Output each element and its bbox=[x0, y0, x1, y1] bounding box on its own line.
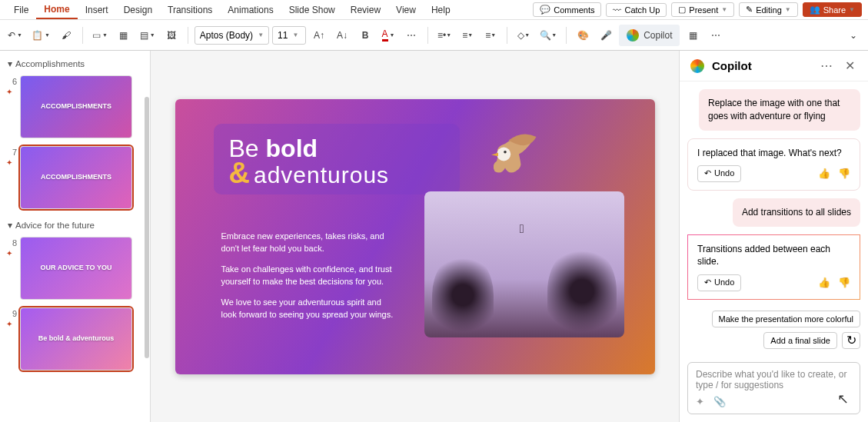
thumb-label: ACCOMPLISHMENTS bbox=[38, 100, 115, 114]
slide-thumbnail-9[interactable]: Be bold & adventurous bbox=[20, 307, 132, 370]
share-button[interactable]: 👥Share▼ bbox=[803, 2, 862, 17]
menu-design[interactable]: Design bbox=[116, 2, 160, 18]
slide-thumbnail-7[interactable]: ACCOMPLISHMENTS bbox=[20, 146, 132, 209]
sparkle-icon: ✦ bbox=[6, 88, 17, 96]
grid-button[interactable]: ▦ bbox=[683, 25, 703, 46]
picture-button[interactable]: 🖼 bbox=[161, 25, 181, 46]
chevron-down-icon: ▼ bbox=[258, 32, 264, 38]
catchup-label: Catch Up bbox=[624, 5, 660, 15]
chevron-down-icon: ▼ bbox=[292, 32, 298, 38]
sparkle-icon[interactable]: ✦ bbox=[696, 396, 704, 407]
undo-button[interactable]: ↶▼ bbox=[5, 25, 25, 46]
assistant-text: I replaced that image. What's next? bbox=[697, 147, 850, 160]
slide-image[interactable] bbox=[424, 191, 624, 337]
slide-number: 8 bbox=[6, 237, 17, 248]
scrollbar[interactable] bbox=[145, 97, 149, 358]
menu-home[interactable]: Home bbox=[36, 1, 77, 19]
copilot-icon bbox=[627, 29, 639, 42]
copilot-title: Copilot bbox=[712, 59, 811, 72]
find-button[interactable]: 🔍▼ bbox=[537, 25, 560, 46]
thumb-label: Be bold & adventurous bbox=[35, 332, 118, 346]
layout-button[interactable]: ▦ bbox=[114, 25, 134, 46]
overflow-button[interactable]: ⋯ bbox=[706, 25, 726, 46]
thumbs-up-button[interactable]: 👍 bbox=[818, 276, 830, 290]
slide-number: 6 bbox=[6, 75, 17, 86]
menu-bar: File Home Insert Design Transitions Anim… bbox=[0, 0, 868, 20]
suggestion-chip[interactable]: Make the presentation more colorful bbox=[712, 311, 860, 327]
cursor-icon: ↖ bbox=[837, 390, 849, 407]
more-options-button[interactable]: ⋯ bbox=[819, 58, 834, 73]
menu-review[interactable]: Review bbox=[343, 2, 388, 18]
slide-thumbnail-8[interactable]: OUR ADVICE TO YOU bbox=[20, 237, 132, 300]
section-header[interactable]: ▾Advice for the future bbox=[6, 217, 147, 234]
slide[interactable]: Be bold &adventurous Embrace new experie… bbox=[175, 99, 655, 374]
refresh-suggestions-button[interactable]: ↻ bbox=[842, 332, 860, 349]
editing-button[interactable]: ✎Editing▼ bbox=[739, 2, 798, 17]
undo-icon: ↶ bbox=[704, 168, 711, 179]
menu-view[interactable]: View bbox=[388, 2, 424, 18]
collapse-ribbon-button[interactable]: ⌄ bbox=[843, 25, 863, 46]
menu-transitions[interactable]: Transitions bbox=[160, 2, 220, 18]
undo-label: Undo bbox=[714, 277, 734, 288]
paste-button[interactable]: 📋▼ bbox=[28, 25, 53, 46]
menu-insert[interactable]: Insert bbox=[78, 2, 116, 18]
numbering-button[interactable]: ≡▼ bbox=[457, 25, 477, 46]
assistant-message: Transitions added between each slide. ↶U… bbox=[687, 234, 860, 300]
title-line-2: &adventurous bbox=[229, 157, 444, 190]
svg-point-0 bbox=[497, 147, 510, 161]
attach-icon[interactable]: 📎 bbox=[713, 396, 726, 407]
font-size-select[interactable]: 11▼ bbox=[272, 26, 306, 45]
comments-label: Comments bbox=[554, 5, 594, 15]
undo-button[interactable]: ↶Undo bbox=[697, 274, 741, 291]
thumbs-up-button[interactable]: 👍 bbox=[818, 167, 830, 181]
body-paragraph: Embrace new experiences, takes risks, an… bbox=[221, 230, 398, 255]
copilot-input[interactable]: Describe what you'd like to create, or t… bbox=[687, 362, 860, 414]
present-button[interactable]: ▢Present▼ bbox=[671, 2, 734, 17]
thumbs-down-button[interactable]: 👎 bbox=[838, 167, 850, 181]
slide-title-box[interactable]: Be bold &adventurous bbox=[214, 124, 460, 194]
catchup-button[interactable]: 〰Catch Up bbox=[606, 3, 667, 17]
align-button[interactable]: ≡▼ bbox=[481, 25, 501, 46]
section-header[interactable]: ▾Accomplishments bbox=[6, 55, 147, 72]
increase-font-button[interactable]: A↑ bbox=[309, 25, 329, 46]
slide-canvas[interactable]: Be bold &adventurous Embrace new experie… bbox=[151, 51, 679, 422]
thumb-label: ACCOMPLISHMENTS bbox=[38, 171, 115, 184]
new-slide-button[interactable]: ▭▼ bbox=[89, 25, 111, 46]
slide-thumbnail-panel[interactable]: ▾Accomplishments 6✦ ACCOMPLISHMENTS 7✦ A… bbox=[0, 51, 151, 422]
bold-button[interactable]: B bbox=[355, 25, 375, 46]
slide-number: 7 bbox=[6, 146, 17, 157]
present-icon: ▢ bbox=[678, 5, 686, 15]
present-label: Present bbox=[689, 5, 718, 15]
designer-button[interactable]: 🎨 bbox=[573, 25, 593, 46]
shapes-button[interactable]: ◇▼ bbox=[514, 25, 534, 46]
slide-body-text[interactable]: Embrace new experiences, takes risks, an… bbox=[221, 230, 398, 329]
menu-slideshow[interactable]: Slide Show bbox=[281, 2, 343, 18]
separator bbox=[507, 27, 507, 44]
dictate-button[interactable]: 🎤 bbox=[596, 25, 616, 46]
decrease-font-button[interactable]: A↓ bbox=[332, 25, 352, 46]
user-message: Add transitions to all slides bbox=[733, 198, 860, 227]
menu-file[interactable]: File bbox=[6, 2, 36, 18]
chevron-down-icon: ▾ bbox=[8, 220, 12, 231]
close-button[interactable]: ✕ bbox=[842, 58, 857, 73]
thumbs-down-button[interactable]: 👎 bbox=[838, 276, 850, 290]
format-painter-button[interactable]: 🖌 bbox=[56, 25, 76, 46]
bullets-button[interactable]: ≡•▼ bbox=[434, 25, 454, 46]
eagle-illustration[interactable] bbox=[471, 130, 540, 199]
comments-button[interactable]: 💬Comments bbox=[533, 2, 601, 17]
font-family-select[interactable]: Aptos (Body)▼ bbox=[195, 26, 269, 45]
slide-thumbnail-6[interactable]: ACCOMPLISHMENTS bbox=[20, 75, 132, 138]
menu-help[interactable]: Help bbox=[424, 2, 458, 18]
thumb-label: OUR ADVICE TO YOU bbox=[38, 261, 115, 275]
undo-button[interactable]: ↶Undo bbox=[697, 165, 741, 181]
menu-animations[interactable]: Animations bbox=[220, 2, 281, 18]
share-icon: 👥 bbox=[810, 5, 820, 15]
section-button[interactable]: ▤▼ bbox=[137, 25, 158, 46]
font-color-button[interactable]: A▼ bbox=[378, 25, 398, 46]
body-paragraph: Take on challenges with confidence, and … bbox=[221, 263, 398, 288]
copilot-conversation[interactable]: Replace the image with one that goes wit… bbox=[680, 81, 868, 357]
copilot-ribbon-button[interactable]: Copilot bbox=[619, 25, 680, 46]
font-size-value: 11 bbox=[278, 30, 288, 41]
more-font-button[interactable]: ⋯ bbox=[401, 25, 421, 46]
suggestion-chip[interactable]: Add a final slide bbox=[763, 332, 837, 349]
